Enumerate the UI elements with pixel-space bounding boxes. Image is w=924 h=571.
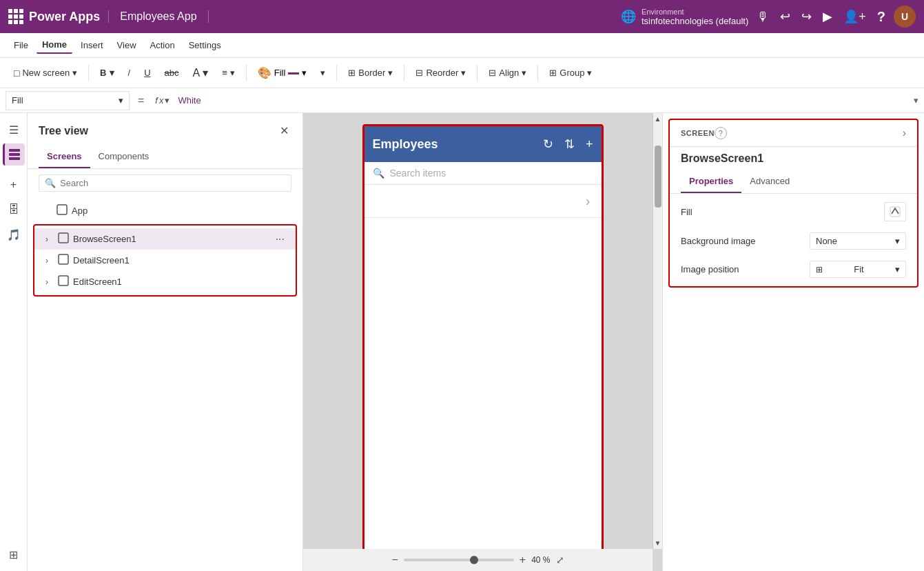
italic-button[interactable]: / (123, 65, 136, 81)
environment-info: 🌐 Environment tsinfotechnologies (defaul… (621, 8, 748, 26)
phone-add-icon[interactable]: + (586, 137, 593, 152)
tree-tab-components[interactable]: Components (90, 146, 158, 168)
tree-search-input[interactable] (60, 178, 285, 188)
menu-action[interactable]: Action (145, 37, 181, 53)
phone-item-chevron: › (586, 193, 591, 209)
phone-list-item-1[interactable]: › (365, 185, 602, 218)
redo-icon[interactable]: ↪ (801, 9, 812, 24)
image-position-dropdown[interactable]: ⊞ Fit ▾ (810, 261, 906, 278)
font-label: A (192, 67, 200, 79)
tree-item-app[interactable]: App (28, 200, 302, 221)
separator-5 (477, 65, 478, 81)
menu-view[interactable]: View (112, 37, 142, 53)
media-icon[interactable]: 🎵 (3, 223, 25, 246)
align-toolbar-button[interactable]: ⊟ Align ▾ (483, 65, 532, 81)
right-tab-advanced[interactable]: Advanced (741, 170, 798, 193)
help-icon[interactable]: ? (877, 9, 885, 25)
variables-icon[interactable]: ⊞ (3, 543, 25, 565)
canvas-scrollbar[interactable]: ▲ ▼ (653, 113, 662, 549)
phone-search-placeholder: Search items (390, 168, 446, 179)
scroll-thumb[interactable] (655, 146, 661, 208)
zoom-thumb (470, 556, 478, 564)
image-position-value: Fit (854, 264, 863, 274)
tree-item-detail[interactable]: › DetailScreen1 (34, 250, 296, 271)
fx-chevron: ▾ (165, 95, 170, 106)
border-chevron: ▾ (388, 68, 393, 78)
phone-sort-icon[interactable]: ⇅ (564, 137, 575, 152)
hamburger-icon[interactable]: ☰ (3, 119, 25, 141)
right-tab-properties[interactable]: Properties (681, 170, 741, 193)
zoom-slider[interactable] (404, 559, 514, 561)
tree-header: Tree view ✕ (28, 113, 302, 146)
right-panel: SCREEN ? › BrowseScreen1 Properties Adva… (662, 113, 924, 571)
mic-icon[interactable]: 🎙 (757, 10, 769, 24)
layers-icon[interactable] (3, 143, 25, 166)
font-button[interactable]: A ▾ (187, 63, 214, 82)
menu-file[interactable]: File (8, 37, 34, 53)
separator-6 (537, 65, 538, 81)
user-avatar[interactable]: U (894, 6, 916, 28)
right-panel-expand-icon[interactable]: › (903, 127, 906, 139)
formula-value[interactable]: White (178, 95, 908, 106)
new-screen-button[interactable]: □ New screen ▾ (8, 65, 83, 81)
formula-property-dropdown[interactable]: Fill ▾ (6, 91, 130, 110)
app-screen-icon (57, 204, 68, 217)
background-image-chevron: ▾ (895, 236, 900, 246)
search-icon: 🔍 (45, 178, 56, 188)
add-icon[interactable]: + (3, 174, 25, 196)
tree-title: Tree view (39, 125, 88, 137)
detail-screen-icon (58, 254, 69, 267)
border-button[interactable]: ⊞ Border ▾ (342, 65, 398, 81)
fill-button[interactable]: 🎨 Fill ▾ (252, 63, 313, 82)
tree-close-button[interactable]: ✕ (277, 121, 291, 140)
formula-property-label: Fill (12, 95, 23, 106)
svg-rect-0 (9, 149, 20, 152)
scroll-down-arrow[interactable]: ▼ (653, 537, 662, 549)
background-image-dropdown[interactable]: None ▾ (810, 232, 906, 250)
tree-tab-screens[interactable]: Screens (39, 146, 90, 168)
help-circle-icon[interactable]: ? (715, 127, 727, 139)
align-button[interactable]: ≡ ▾ (216, 65, 240, 81)
scroll-up-arrow[interactable]: ▲ (653, 113, 662, 125)
database-icon[interactable]: 🗄 (3, 199, 25, 221)
tree-search-box[interactable]: 🔍 (39, 174, 291, 192)
underline-label: U (144, 68, 150, 78)
right-panel-header: SCREEN ? › (670, 120, 917, 147)
new-screen-label: New screen (22, 68, 70, 78)
tree-item-browse-label: BrowseScreen1 (73, 234, 136, 244)
fill-color-button[interactable] (884, 202, 906, 221)
fill-color-bar (288, 72, 299, 74)
group-button[interactable]: ⊞ Group ▾ (544, 65, 597, 81)
browse-more-icon[interactable]: ··· (276, 233, 285, 246)
bold-button[interactable]: B ▾ (94, 65, 119, 81)
phone-search-bar[interactable]: 🔍 Search items (365, 162, 602, 185)
align-toolbar-label: Align (499, 68, 519, 78)
separator-3 (336, 65, 337, 81)
browse-screen-icon (58, 232, 69, 246)
zoom-in-button[interactable]: + (520, 554, 526, 566)
topbar-actions: 🎙 ↩ ↪ ▶ 👤+ ? (757, 9, 885, 25)
menu-home[interactable]: Home (37, 37, 72, 54)
underline-button[interactable]: U (138, 65, 156, 81)
add-user-icon[interactable]: 👤+ (843, 9, 866, 24)
formula-expand-icon[interactable]: ▾ (914, 95, 918, 106)
tree-items: App › BrowseScreen1 ··· › (28, 197, 302, 571)
menu-settings[interactable]: Settings (183, 37, 227, 53)
menu-insert[interactable]: Insert (75, 37, 109, 53)
fill-icon: 🎨 (258, 66, 271, 79)
phone-rotate-icon[interactable]: ↻ (543, 137, 553, 152)
reorder-button[interactable]: ⊟ Reorder ▾ (410, 65, 471, 81)
image-position-icon: ⊞ (816, 265, 823, 274)
zoom-out-button[interactable]: − (391, 554, 398, 566)
play-icon[interactable]: ▶ (823, 9, 832, 24)
project-name: Employees App (108, 10, 208, 23)
fx-button[interactable]: f x ▾ (152, 95, 172, 106)
undo-icon[interactable]: ↩ (780, 9, 790, 24)
app-logo[interactable]: Power Apps (8, 9, 100, 24)
strikethrough-button[interactable]: abc (159, 65, 185, 81)
tree-item-edit[interactable]: › EditScreen1 (34, 271, 296, 292)
svg-rect-2 (9, 157, 20, 160)
zoom-expand-icon[interactable]: ⤢ (556, 554, 564, 565)
tree-item-browse[interactable]: › BrowseScreen1 ··· (34, 228, 296, 250)
more-dropdown[interactable]: ▾ (315, 65, 331, 81)
